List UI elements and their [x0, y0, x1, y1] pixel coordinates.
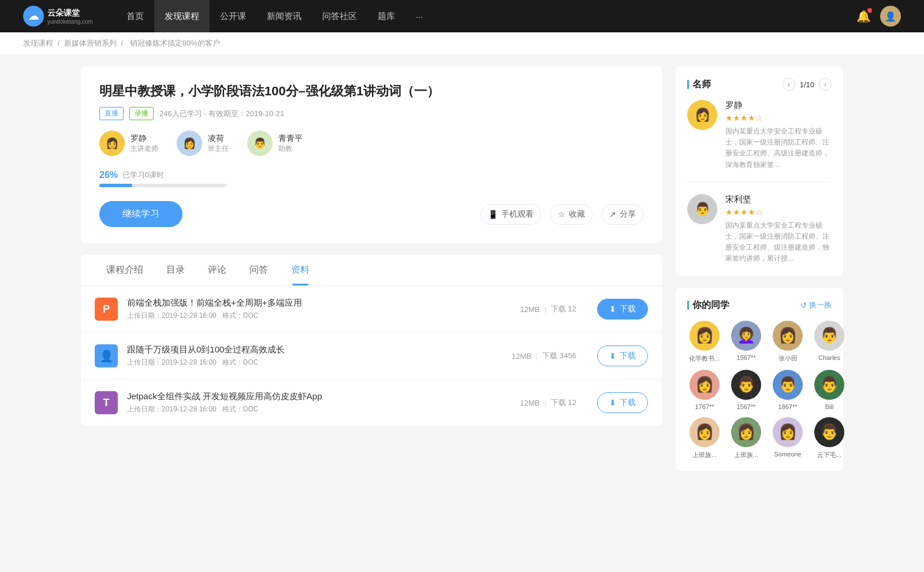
teacher-0-role: 主讲老师 [131, 144, 158, 154]
resource-info-1: 跟随千万级项目从0到100全过程高效成长 上传日期：2019-12-28 16:… [127, 344, 502, 367]
sidebar-teacher-1-name: 宋利坚 [725, 194, 832, 205]
teachers-pagination: ‹ 1/10 › [783, 78, 832, 91]
student-3: 👨 Charles [812, 321, 847, 363]
student-3-avatar[interactable]: 👨 [814, 321, 844, 351]
student-6: 👨 1867** [770, 370, 805, 410]
breadcrumb-link-discover[interactable]: 发现课程 [23, 39, 53, 47]
progress-fill [99, 184, 132, 187]
star-icon: ☆ [558, 210, 565, 219]
nav-right: 🔔 👤 [856, 6, 901, 27]
continue-learning-button[interactable]: 继续学习 [99, 201, 182, 227]
share-button[interactable]: ↗ 分享 [602, 204, 643, 225]
tab-qa[interactable]: 问答 [238, 255, 280, 285]
nav-item-qa[interactable]: 问答社区 [312, 0, 367, 32]
mobile-watch-button[interactable]: 📱 手机观看 [480, 204, 541, 225]
resource-stats-0: 12MB | 下载 12 [520, 304, 576, 314]
resource-info-2: Jetpack全组件实战 开发短视频应用高仿皮皮虾App 上传日期：2019-1… [127, 391, 511, 414]
student-5-avatar[interactable]: 👨 [731, 370, 761, 400]
right-sidebar: 名师 ‹ 1/10 › 👩 罗静 ★★★★☆ 国内某重点大学安全工程专业硕士，国… [676, 66, 843, 482]
student-4-avatar[interactable]: 👩 [690, 370, 720, 400]
breadcrumb-current: 销冠修炼术搞定80%的客户 [130, 39, 220, 47]
student-8-avatar[interactable]: 👩 [690, 417, 720, 447]
tag-live: 直播 [99, 107, 124, 120]
student-2-avatar[interactable]: 👩 [773, 321, 803, 351]
tab-resources[interactable]: 资料 [280, 255, 321, 285]
nav-item-open[interactable]: 公开课 [210, 0, 256, 32]
logo[interactable]: ☁ 云朵课堂 yundoketang.com [23, 6, 93, 27]
progress-label: 26% 已学习0课时 [99, 170, 643, 180]
sidebar-teacher-0-avatar: 👩 [687, 100, 717, 130]
teacher-1: 👩 凌荷 班主任 [177, 131, 229, 156]
progress-section: 26% 已学习0课时 [99, 170, 643, 187]
tabs-header: 课程介绍 目录 评论 问答 资料 [81, 255, 662, 286]
student-1-avatar[interactable]: 👩‍🦱 [731, 321, 761, 351]
download-button-1[interactable]: ⬇ 下载 [597, 346, 648, 366]
students-sidebar-header: 你的同学 ↺ 换一换 [687, 299, 832, 311]
breadcrumb-link-series[interactable]: 新媒体营销系列 [64, 39, 117, 47]
tab-intro[interactable]: 课程介绍 [95, 255, 155, 285]
teachers-prev-button[interactable]: ‹ [783, 78, 795, 91]
download-button-0[interactable]: ⬇ 下载 [597, 299, 648, 320]
student-8-name: 上班族... [687, 451, 722, 459]
resource-name-0: 前端全栈加强版！前端全栈+全周期+多端应用 [127, 298, 511, 309]
tabs-section: 课程介绍 目录 评论 问答 资料 P 前端全栈加强版！前端全栈+全周期+多端应用… [81, 255, 662, 426]
resource-item-2: T Jetpack全组件实战 开发短视频应用高仿皮皮虾App 上传日期：2019… [81, 380, 662, 426]
student-7: 👨 Bill [812, 370, 847, 410]
main-container: 明星中教授课，小学阶段语法100分–强化级第1讲动词（一） 直播 录播 246人… [58, 55, 866, 494]
student-4-name: 1767** [687, 403, 722, 410]
teacher-1-name: 凌荷 [208, 133, 229, 144]
teachers-sidebar-card: 名师 ‹ 1/10 › 👩 罗静 ★★★★☆ 国内某重点大学安全工程专业硕士，国… [676, 66, 843, 276]
user-avatar[interactable]: 👤 [880, 6, 901, 27]
student-10: 👩 Someone [770, 417, 805, 459]
nav-item-home[interactable]: 首页 [116, 0, 154, 32]
course-meta: 直播 录播 246人已学习 · 有效期至：2019-10-21 [99, 107, 643, 120]
tag-record: 录播 [129, 107, 154, 120]
student-5: 👨 1567** [729, 370, 763, 410]
collect-button[interactable]: ☆ 收藏 [550, 204, 593, 225]
download-icon-0: ⬇ [609, 304, 616, 314]
nav-item-bank[interactable]: 题库 [367, 0, 405, 32]
course-card: 明星中教授课，小学阶段语法100分–强化级第1讲动词（一） 直播 录播 246人… [81, 66, 662, 243]
resource-stats-2: 12MB | 下载 12 [520, 398, 576, 408]
student-11-avatar[interactable]: 👨 [814, 417, 844, 447]
resource-meta-2: 上传日期：2019-12-28 16:00 格式：DOC [127, 404, 511, 414]
tab-contents[interactable]: 目录 [155, 255, 196, 285]
student-7-avatar[interactable]: 👨 [814, 370, 844, 400]
teacher-1-avatar: 👩 [177, 131, 202, 156]
teacher-2: 👨 青青平 助教 [247, 131, 303, 156]
logo-text: 云朵课堂 yundoketang.com [47, 8, 93, 25]
mobile-icon: 📱 [488, 210, 498, 219]
progress-percent: 26% [99, 170, 118, 180]
teachers-sidebar-header: 名师 ‹ 1/10 › [687, 78, 832, 91]
resource-meta-0: 上传日期：2019-12-28 16:00 格式：DOC [127, 311, 511, 321]
refresh-icon: ↺ [800, 301, 807, 310]
resource-item-1: 👤 跟随千万级项目从0到100全过程高效成长 上传日期：2019-12-28 1… [81, 333, 662, 380]
student-10-avatar[interactable]: 👩 [773, 417, 803, 447]
sidebar-teacher-0-info: 罗静 ★★★★☆ 国内某重点大学安全工程专业硕士，国家一级注册消防工程师、注册安… [725, 100, 832, 170]
student-11-name: 云下毛... [812, 451, 847, 459]
left-content: 明星中教授课，小学阶段语法100分–强化级第1讲动词（一） 直播 录播 246人… [81, 66, 662, 482]
nav-item-discover[interactable]: 发现课程 [154, 0, 210, 32]
teachers-list: 👩 罗静 主讲老师 👩 凌荷 班主任 [99, 131, 643, 156]
sidebar-teacher-0: 👩 罗静 ★★★★☆ 国内某重点大学安全工程专业硕士，国家一级注册消防工程师、注… [687, 100, 832, 183]
student-2: 👩 张小田 [770, 321, 805, 363]
nav-item-news[interactable]: 新闻资讯 [256, 0, 312, 32]
students-grid: 👩 化学教书... 👩‍🦱 1567** 👩 张小田 [687, 321, 832, 459]
tab-reviews[interactable]: 评论 [196, 255, 238, 285]
refresh-students-button[interactable]: ↺ 换一换 [800, 300, 832, 310]
nav-item-more[interactable]: ··· [405, 0, 434, 32]
notification-bell[interactable]: 🔔 [856, 9, 871, 23]
student-5-name: 1567** [729, 403, 763, 410]
resource-item-0: P 前端全栈加强版！前端全栈+全周期+多端应用 上传日期：2019-12-28 … [81, 286, 662, 333]
student-0-avatar[interactable]: 👩 [690, 321, 720, 351]
teacher-2-name: 青青平 [278, 133, 303, 144]
student-6-avatar[interactable]: 👨 [773, 370, 803, 400]
download-button-2[interactable]: ⬇ 下载 [597, 392, 648, 413]
student-4: 👩 1767** [687, 370, 722, 410]
teachers-next-button[interactable]: › [819, 78, 832, 91]
resource-meta-1: 上传日期：2019-12-28 16:00 格式：DOC [127, 358, 502, 367]
student-9-avatar[interactable]: 👩 [731, 417, 761, 447]
teachers-page: 1/10 [800, 80, 814, 89]
resource-stats-1: 12MB | 下载 3456 [512, 351, 576, 361]
logo-icon: ☁ [23, 6, 44, 27]
